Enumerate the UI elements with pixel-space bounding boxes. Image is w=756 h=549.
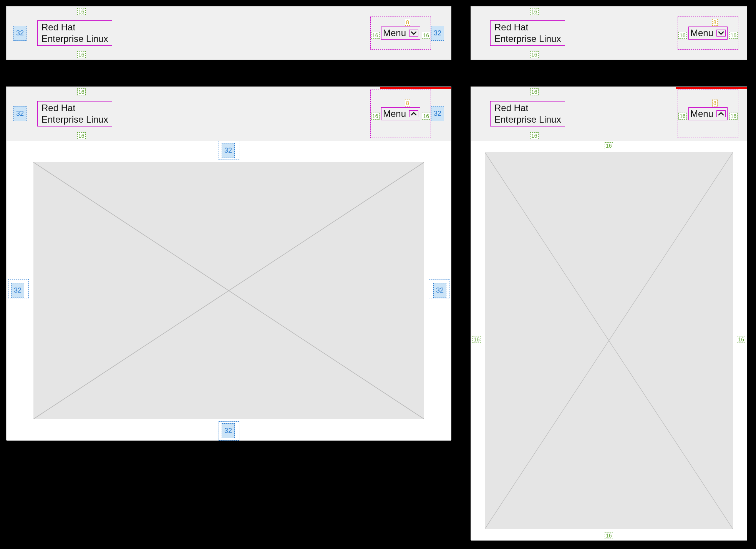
dropdown-content: 16 16 16 16 [471,141,747,541]
chevron-up-icon [716,110,726,117]
header-panel-wide-collapsed: 32 32 16 16 Red Hat Enterprise Linux 16 … [6,6,451,60]
menu-pad-right: 16 [422,32,430,39]
content-pad-left: 32 [11,283,24,298]
padding-label-top: 16 [77,8,86,15]
menu-area: 16 16 8 Menu [688,27,728,40]
title-line-1: Red Hat [494,102,561,114]
menu-area: 16 16 8 Menu [381,27,420,40]
content-pad-left: 16 [472,336,481,343]
title-line-1: Red Hat [41,102,108,114]
menu-toggle[interactable]: Menu [381,27,420,40]
active-indicator [676,87,747,89]
padding-label-bottom: 16 [77,51,86,58]
menu-pad-right: 16 [422,113,430,120]
menu-pad-left: 16 [678,32,687,39]
menu-gap-label: 8 [712,19,718,26]
padding-label-bottom: 16 [530,51,539,58]
dropdown-content: 32 32 32 32 [7,141,451,441]
title-line-2: Enterprise Linux [494,114,561,125]
header-panel-narrow-expanded: 16 16 Red Hat Enterprise Linux 16 16 8 M… [471,87,747,540]
chevron-down-icon [409,30,418,37]
header-panel-wide-expanded: 32 32 16 16 Red Hat Enterprise Linux 16 … [6,87,451,440]
content-placeholder [33,162,424,419]
menu-pad-right: 16 [729,32,738,39]
content-pad-right: 32 [433,283,446,298]
header-panel-narrow-collapsed: 16 16 Red Hat Enterprise Linux 16 16 8 M… [471,6,747,60]
content-pad-top: 32 [222,143,235,158]
menu-label: Menu [690,108,713,119]
menu-gap-label: 8 [405,19,410,26]
padding-label-top: 16 [530,88,539,95]
content-placeholder [485,152,733,529]
product-title: Red Hat Enterprise Linux [490,101,565,126]
product-title: Red Hat Enterprise Linux [37,20,112,46]
menu-area: 16 16 8 Menu [688,107,728,120]
menu-pad-right: 16 [729,113,738,120]
menu-label: Menu [383,28,406,38]
title-line-1: Red Hat [41,22,108,33]
menu-gap-label: 8 [712,100,718,106]
content-pad-bottom: 32 [222,423,235,438]
chevron-up-icon [409,110,418,117]
product-title: Red Hat Enterprise Linux [37,101,112,126]
menu-area: 16 16 8 Menu [381,107,420,120]
menu-gap-label: 8 [405,100,410,106]
title-line-1: Red Hat [494,22,561,33]
menu-toggle[interactable]: Menu [688,27,728,40]
menu-pad-left: 16 [371,113,380,120]
padding-label-bottom: 16 [77,132,86,139]
padding-label-top: 16 [77,88,86,95]
title-line-2: Enterprise Linux [41,33,108,45]
chevron-down-icon [716,30,726,37]
menu-toggle[interactable]: Menu [688,107,728,120]
padding-label-left: 32 [13,26,27,41]
padding-label-bottom: 16 [530,132,539,139]
menu-pad-left: 16 [371,32,380,39]
menu-label: Menu [690,28,713,38]
content-pad-right: 16 [737,336,745,343]
padding-label-left: 32 [13,106,27,121]
active-indicator [380,87,451,89]
title-line-2: Enterprise Linux [494,33,561,45]
content-pad-bottom: 16 [605,532,613,539]
product-title: Red Hat Enterprise Linux [490,20,565,46]
title-line-2: Enterprise Linux [41,114,108,125]
menu-label: Menu [383,108,406,119]
menu-toggle[interactable]: Menu [381,107,420,120]
padding-label-right: 32 [431,106,444,121]
padding-label-right: 32 [431,26,444,41]
content-pad-top: 16 [605,142,613,149]
padding-label-top: 16 [530,8,539,15]
menu-pad-left: 16 [678,113,687,120]
